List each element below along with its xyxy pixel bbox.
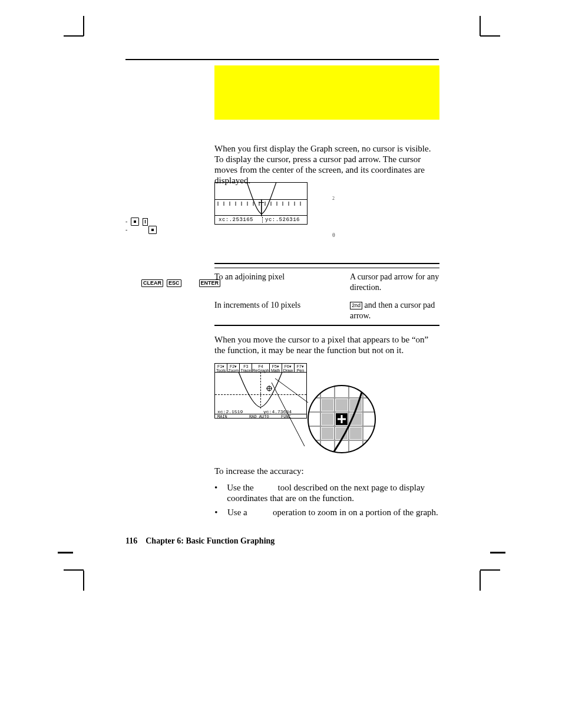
accuracy-heading: To increase the accuracy: — [214, 466, 438, 476]
svg-rect-32 — [322, 399, 333, 411]
crop-mark — [480, 35, 500, 37]
key-esc: ESC — [167, 279, 181, 287]
xc-readout: xc:.253165 — [219, 217, 253, 223]
zoom-magnifier — [307, 384, 376, 454]
movement-table: To an adjoining pixel A cursor pad arrow… — [214, 263, 439, 326]
crop-mark — [480, 16, 481, 36]
intro-paragraph: When you first display the Graph screen,… — [214, 143, 438, 186]
key-i: I — [143, 218, 148, 226]
yc-readout: yc:.526316 — [262, 217, 300, 223]
bullet-item: • Use a Zoom operation to zoom in on a p… — [214, 507, 438, 518]
figure-annotation-1: 2 — [332, 195, 438, 204]
crop-mark — [480, 571, 481, 591]
diamond-key-icon — [131, 218, 139, 226]
page: When you first display the Graph screen,… — [0, 0, 562, 728]
cursor-icon — [259, 197, 264, 202]
key-2nd: 2nd — [350, 302, 362, 309]
crop-mark — [64, 569, 84, 571]
table-row: To an adjoining pixel A cursor pad arrow… — [214, 268, 439, 297]
body-paragraph-2: When you move the cursor to a pixel that… — [214, 334, 438, 355]
key-clear: CLEAR — [141, 279, 163, 287]
crop-mark — [83, 571, 84, 591]
top-rule — [125, 59, 439, 60]
side-mark — [58, 552, 73, 554]
figure-annotation-2: θ — [332, 231, 438, 239]
svg-line-21 — [272, 383, 305, 446]
crop-mark — [64, 35, 84, 37]
tip-block: - I - — [125, 218, 214, 234]
crop-mark — [83, 16, 84, 36]
page-footer: 116 Chapter 6: Basic Function Graphing — [125, 536, 275, 546]
table-row: In increments of 10 pixels 2nd and then … — [214, 297, 439, 325]
calc-screenshot-1: xc:.253165 yc:.526316 — [214, 182, 308, 225]
side-mark — [490, 552, 505, 554]
tip-key-row: CLEAR ESC ENTER — [141, 279, 220, 287]
bullet-item: • Use the Trace tool described on the ne… — [214, 482, 438, 503]
highlight-block — [214, 65, 439, 120]
svg-rect-35 — [322, 413, 333, 425]
diamond-key-icon — [148, 226, 157, 234]
crop-mark — [480, 569, 500, 571]
svg-rect-33 — [336, 399, 348, 411]
svg-rect-39 — [350, 427, 362, 439]
svg-rect-37 — [322, 427, 333, 439]
